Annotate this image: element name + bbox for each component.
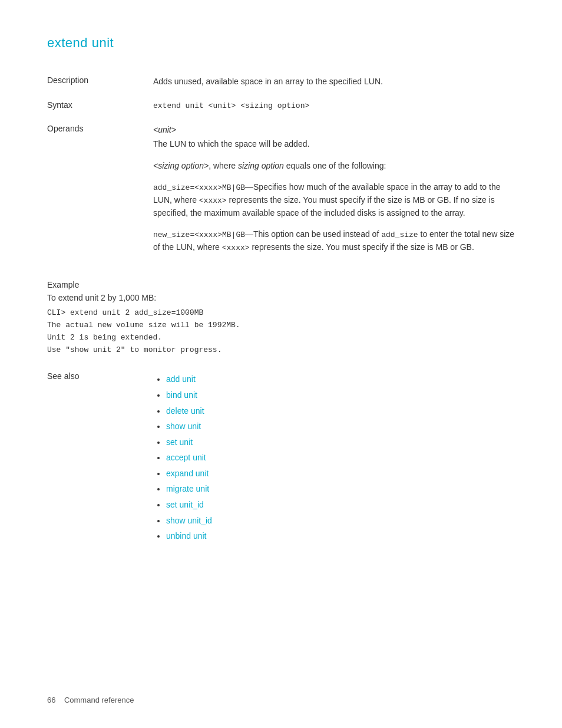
operands-sizing-intro: <sizing option>, where sizing option equ…	[153, 160, 515, 173]
see-also-link[interactable]: migrate unit	[166, 484, 209, 493]
operands-option1: add_size=<xxxx>MB|GB—Specifies how much …	[153, 181, 515, 220]
see-also-link[interactable]: set unit	[166, 437, 193, 447]
see-also-link[interactable]: add unit	[166, 374, 196, 384]
page-title: extend unit	[47, 35, 515, 51]
see-also-link[interactable]: expand unit	[166, 469, 209, 478]
see-also-item: show unit_id	[166, 513, 515, 529]
see-also-item: delete unit	[166, 403, 515, 419]
example-label: Example	[47, 280, 515, 289]
example-subtitle: To extend unit 2 by 1,000 MB:	[47, 293, 515, 302]
see-also-link[interactable]: bind unit	[166, 390, 197, 400]
see-also-item: add unit	[166, 371, 515, 387]
operands-option2: new_size=<xxxx>MB|GB—This option can be …	[153, 228, 515, 254]
see-also-item: bind unit	[166, 387, 515, 403]
page-number: 66	[47, 696, 55, 704]
see-also-item: expand unit	[166, 466, 515, 482]
example-code: CLI> extend unit 2 add_size=1000MB The a…	[47, 307, 515, 356]
footer-section: Command reference	[64, 696, 134, 704]
see-also-link[interactable]: show unit_id	[166, 516, 212, 525]
see-also-item: set unit	[166, 434, 515, 450]
example-section: Example To extend unit 2 by 1,000 MB: CL…	[47, 280, 515, 356]
footer: 66 Command reference	[47, 696, 134, 704]
see-also-item: unbind unit	[166, 528, 515, 544]
see-also-links: add unitbind unitdelete unitshow unitset…	[153, 370, 515, 545]
operands-label: Operands	[47, 116, 153, 266]
see-also-link[interactable]: set unit_id	[166, 500, 204, 509]
description-label: Description	[47, 72, 153, 92]
operands-unit-desc: The LUN to which the space will be added…	[153, 138, 515, 151]
operands-content: <unit> The LUN to which the space will b…	[153, 116, 515, 266]
see-also-item: accept unit	[166, 450, 515, 466]
syntax-code: extend unit <unit> <sizing option>	[153, 92, 515, 116]
see-also-item: set unit_id	[166, 497, 515, 513]
see-also-link[interactable]: delete unit	[166, 406, 204, 416]
see-also-link[interactable]: accept unit	[166, 453, 206, 462]
see-also-item: migrate unit	[166, 481, 515, 497]
description-text: Adds unused, available space in an array…	[153, 72, 515, 92]
operands-unit-label: <unit>	[153, 125, 176, 134]
see-also-link[interactable]: show unit	[166, 421, 201, 431]
syntax-label: Syntax	[47, 92, 153, 116]
see-also-item: show unit	[166, 419, 515, 434]
see-also-label: See also	[47, 370, 153, 545]
see-also-link[interactable]: unbind unit	[166, 531, 207, 541]
